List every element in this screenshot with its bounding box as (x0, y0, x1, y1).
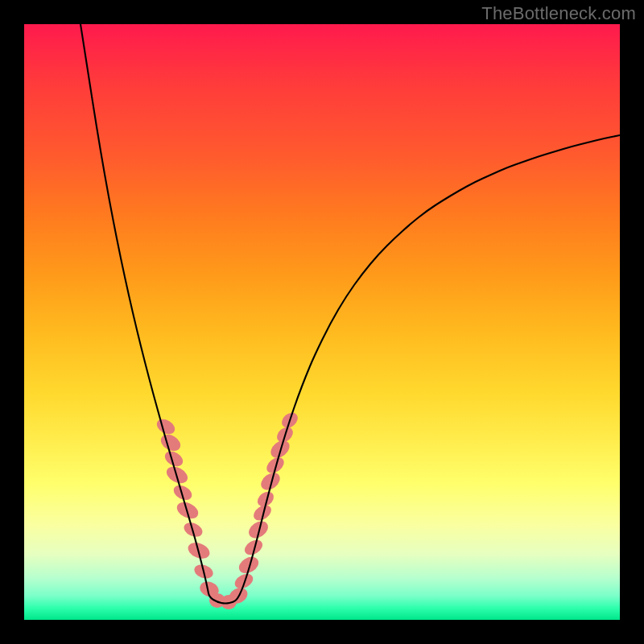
marker-dot (246, 518, 271, 541)
marker-dot (171, 482, 195, 502)
outer-frame: TheBottleneck.com (0, 0, 644, 644)
marker-dot (158, 431, 184, 455)
watermark-label: TheBottleneck.com (481, 3, 636, 24)
marker-dot (236, 554, 262, 577)
marker-dot (155, 416, 178, 437)
marker-dot (258, 469, 283, 493)
chart-plot-area (24, 24, 620, 620)
chart-svg (24, 24, 620, 620)
chart-markers (155, 410, 301, 609)
chart-curve (80, 24, 620, 604)
marker-dot (233, 571, 256, 591)
